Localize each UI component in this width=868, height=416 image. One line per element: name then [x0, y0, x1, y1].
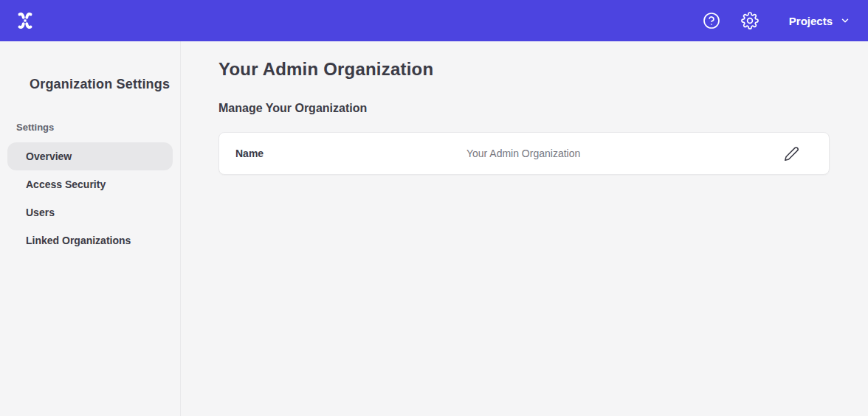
name-label: Name — [235, 148, 264, 159]
sidebar-item-linked-organizations[interactable]: Linked Organizations — [7, 226, 173, 254]
sidebar: Organization Settings Settings Overview … — [0, 41, 181, 416]
gear-icon — [741, 12, 759, 30]
projects-label: Projects — [789, 15, 833, 27]
content-area: Organization Settings Settings Overview … — [0, 41, 868, 416]
edit-name-button[interactable] — [783, 145, 799, 162]
sidebar-item-overview[interactable]: Overview — [7, 142, 173, 170]
sidebar-item-access-security[interactable]: Access Security — [7, 170, 173, 198]
sidebar-section-label: Settings — [0, 122, 180, 133]
name-row: Name Your Admin Organization — [218, 132, 830, 175]
app-window: Projects Organization Settings Settings … — [0, 0, 868, 416]
pencil-icon — [784, 146, 799, 162]
settings-button[interactable] — [740, 11, 760, 30]
page-title: Your Admin Organization — [218, 59, 830, 80]
main-content: Your Admin Organization Manage Your Orga… — [181, 41, 868, 416]
mendix-logo-icon — [14, 10, 36, 32]
sidebar-nav: Overview Access Security Users Linked Or… — [0, 142, 180, 254]
chevron-down-icon — [840, 15, 850, 26]
help-button[interactable] — [702, 11, 721, 30]
sidebar-title: Organization Settings — [0, 77, 180, 92]
section-title: Manage Your Organization — [218, 102, 830, 115]
mendix-logo[interactable] — [13, 9, 37, 32]
topbar-actions: Projects — [702, 11, 850, 30]
topbar: Projects — [0, 0, 868, 41]
sidebar-item-users[interactable]: Users — [7, 198, 173, 226]
projects-dropdown[interactable]: Projects — [789, 15, 850, 27]
help-icon — [703, 12, 720, 30]
name-value: Your Admin Organization — [264, 148, 783, 159]
